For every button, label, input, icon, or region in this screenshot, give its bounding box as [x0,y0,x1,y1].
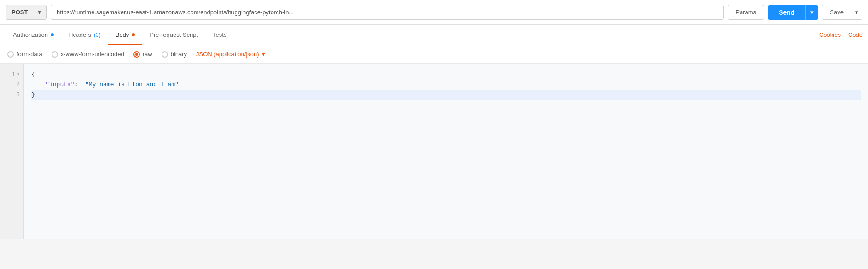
colon: : [75,81,82,88]
body-options-bar: form-data x-www-form-urlencoded raw bina… [0,45,868,64]
x-www-form-urlencoded-label: x-www-form-urlencoded [61,51,124,58]
json-type-chevron-icon: ▾ [262,51,265,58]
send-dropdown-button[interactable]: ▾ [805,5,818,20]
pre-request-script-label: Pre-request Script [150,31,198,38]
radio-raw[interactable]: raw [133,51,152,58]
raw-label: raw [143,51,152,58]
tab-pre-request-script[interactable]: Pre-request Script [142,25,205,45]
save-button-group: Save ▾ [822,5,862,20]
tests-label: Tests [213,31,226,38]
save-chevron-icon: ▾ [855,9,858,16]
brace-open: { [31,71,35,78]
code-editor[interactable]: { "inputs": "My name is Elon and I am" } [24,64,868,239]
radio-x-www-form-urlencoded-circle [52,51,58,58]
line-3-number: 3 [17,90,20,100]
code-line-2: "inputs": "My name is Elon and I am" [31,80,861,90]
send-button[interactable]: Send [768,5,805,20]
line-1-number: 1 [12,70,15,80]
method-chevron-icon: ▾ [38,9,41,16]
key-inputs: "inputs" [46,81,74,88]
url-input[interactable]: https://runtime.sagemaker.us-east-1.amaz… [51,5,724,20]
send-chevron-icon: ▾ [810,9,814,16]
form-data-label: form-data [17,51,42,58]
json-type-label: JSON (application/json) [196,51,259,58]
code-line-1: { [31,70,861,80]
body-dot [132,33,135,36]
headers-badge: (3) [94,32,101,38]
method-select[interactable]: POST ▾ [6,5,47,20]
tabs-bar: Authorization Headers (3) Body Pre-reque… [0,25,868,45]
radio-binary[interactable]: binary [162,51,187,58]
headers-label: Headers [69,31,91,38]
save-dropdown-button[interactable]: ▾ [851,5,862,19]
code-line-3: } [31,90,861,100]
tabs-left: Authorization Headers (3) Body Pre-reque… [6,25,819,45]
line-number-1: 1 ▾ [0,70,23,80]
radio-binary-circle [162,51,168,58]
body-label: Body [116,31,129,38]
line-numbers: 1 ▾ 2 3 [0,64,24,239]
json-type-select[interactable]: JSON (application/json) ▾ [196,51,265,58]
params-button[interactable]: Params [728,5,764,20]
radio-form-data-circle [7,51,14,58]
value-inputs: "My name is Elon and I am" [85,81,179,88]
tabs-right: Cookies Code [819,31,862,38]
binary-label: binary [171,51,187,58]
code-link[interactable]: Code [848,31,862,38]
radio-raw-inner [135,53,138,56]
save-button[interactable]: Save [822,5,851,19]
send-button-group: Send ▾ [768,5,818,20]
radio-x-www-form-urlencoded[interactable]: x-www-form-urlencoded [52,51,124,58]
line-number-3: 3 [0,90,23,100]
tab-authorization[interactable]: Authorization [6,25,61,45]
radio-form-data[interactable]: form-data [7,51,42,58]
tab-headers[interactable]: Headers (3) [61,25,108,45]
line-2-number: 2 [17,80,20,90]
tab-tests[interactable]: Tests [205,25,234,45]
cookies-link[interactable]: Cookies [819,31,841,38]
editor-container: 1 ▾ 2 3 { "inputs": "My name is Elon and… [0,64,868,239]
authorization-dot [51,33,54,36]
line-1-arrow-icon: ▾ [17,70,20,80]
toolbar: POST ▾ https://runtime.sagemaker.us-east… [0,0,868,25]
radio-raw-circle [133,51,140,58]
line-number-2: 2 [0,80,23,90]
tab-body[interactable]: Body [108,25,143,45]
authorization-label: Authorization [13,31,48,38]
brace-close: } [31,91,35,98]
method-label: POST [12,9,28,16]
